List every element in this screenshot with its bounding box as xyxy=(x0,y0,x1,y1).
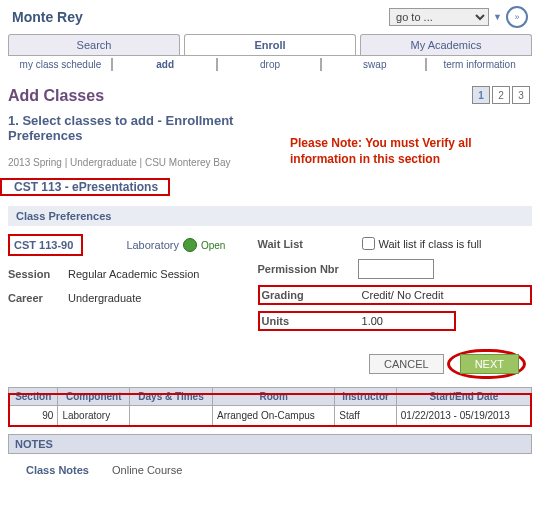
notes-text: Online Course xyxy=(112,464,182,476)
subtab-term[interactable]: term information xyxy=(427,56,532,73)
th-section: Section xyxy=(9,388,58,406)
step-indicator: 1 2 3 xyxy=(472,86,530,104)
th-instructor: Instructor xyxy=(335,388,396,406)
status-open-icon xyxy=(183,238,197,252)
td-days xyxy=(130,406,213,426)
career-value: Undergraduate xyxy=(68,292,141,304)
td-dates: 01/22/2013 - 05/19/2013 xyxy=(396,406,531,426)
course-highlight: CST 113 - ePresentations xyxy=(0,178,170,196)
subtab-drop[interactable]: drop xyxy=(218,56,323,73)
verify-note: Please Note: You must Verify all informa… xyxy=(290,136,530,167)
subtab-swap[interactable]: swap xyxy=(322,56,427,73)
notes-header: NOTES xyxy=(8,434,532,454)
waitlist-checkbox-label: Wait list if class is full xyxy=(379,238,482,250)
class-number[interactable]: CST 113-90 xyxy=(10,236,81,254)
next-button[interactable]: NEXT xyxy=(460,354,519,374)
td-section: 90 xyxy=(9,406,58,426)
grading-value: Credit/ No Credit xyxy=(362,289,444,301)
waitlist-checkbox[interactable] xyxy=(362,237,375,250)
sub-tabs: my class schedule add drop swap term inf… xyxy=(8,55,532,73)
main-tabs: Search Enroll My Academics xyxy=(8,34,532,55)
page-title: Add Classes xyxy=(8,87,532,105)
step-2[interactable]: 2 xyxy=(492,86,510,104)
notes-label: Class Notes xyxy=(26,464,89,476)
grading-label: Grading xyxy=(262,289,362,301)
class-table: Section Component Days & Times Room Inst… xyxy=(8,387,532,426)
td-component: Laboratory xyxy=(58,406,130,426)
class-prefs-header: Class Preferences xyxy=(8,206,532,226)
subtab-add[interactable]: add xyxy=(113,56,218,73)
subtab-schedule[interactable]: my class schedule xyxy=(8,56,113,73)
th-component: Component xyxy=(58,388,130,406)
cancel-button[interactable]: CANCEL xyxy=(369,354,444,374)
permission-label: Permission Nbr xyxy=(258,263,358,275)
table-row[interactable]: 90 Laboratory Arranged On-Campus Staff 0… xyxy=(9,406,532,426)
user-name: Monte Rey xyxy=(12,9,83,25)
step-3[interactable]: 3 xyxy=(512,86,530,104)
tab-academics[interactable]: My Academics xyxy=(360,34,532,55)
units-label: Units xyxy=(262,315,362,327)
permission-input[interactable] xyxy=(358,259,434,279)
component-label: Laboratory xyxy=(126,239,179,251)
tab-search[interactable]: Search xyxy=(8,34,180,55)
td-instructor: Staff xyxy=(335,406,396,426)
grading-row: Grading Credit/ No Credit xyxy=(258,285,532,305)
class-number-highlight: CST 113-90 xyxy=(8,234,83,256)
tab-enroll[interactable]: Enroll xyxy=(184,34,356,55)
status-label: Open xyxy=(201,240,225,251)
session-label: Session xyxy=(8,268,68,280)
th-dates: Start/End Date xyxy=(396,388,531,406)
page-subtitle: 1. Select classes to add - Enrollment Pr… xyxy=(8,113,268,143)
goto-chevron-icon: ▼ xyxy=(493,12,502,22)
component-status: Laboratory Open xyxy=(126,238,225,252)
goto-go-button[interactable]: » xyxy=(506,6,528,28)
units-value: 1.00 xyxy=(362,315,383,327)
goto-select[interactable]: go to ... xyxy=(389,8,489,26)
step-1[interactable]: 1 xyxy=(472,86,490,104)
notes-body: Class Notes Online Course xyxy=(8,454,532,486)
th-days: Days & Times xyxy=(130,388,213,406)
next-highlight: NEXT xyxy=(447,349,526,379)
goto-nav: go to ... ▼ » xyxy=(389,6,528,28)
course-title: CST 113 - ePresentations xyxy=(10,177,168,197)
session-value: Regular Academic Session xyxy=(68,268,199,280)
waitlist-label: Wait List xyxy=(258,238,358,250)
th-room: Room xyxy=(212,388,334,406)
td-room: Arranged On-Campus xyxy=(212,406,334,426)
units-row: Units 1.00 xyxy=(258,311,456,331)
career-label: Career xyxy=(8,292,68,304)
